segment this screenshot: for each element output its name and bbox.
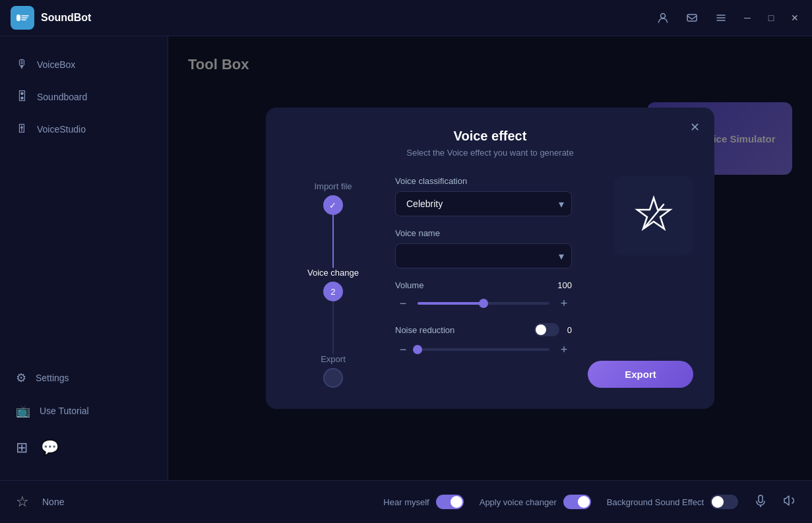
step-import-label: Import file <box>314 181 352 191</box>
volume-label: Volume <box>395 280 423 290</box>
step-export-label: Export <box>321 354 346 364</box>
svg-point-1 <box>661 14 666 18</box>
modal-close-button[interactable]: ✕ <box>685 118 704 137</box>
right-column: Export <box>588 176 693 388</box>
volume-group: Volume 100 − + <box>395 280 572 311</box>
voice-effect-modal: ✕ Voice effect Select the Voice effect y… <box>266 108 714 409</box>
steps-column: Import file ✓ Voice change 2 Export <box>287 176 379 388</box>
sidebar: 🎙 VoiceBox 🎛 Soundboard 🎚 VoiceStudio ⚙ … <box>0 36 168 480</box>
background-sound-effect-toggle[interactable] <box>710 495 738 509</box>
modal-body: Import file ✓ Voice change 2 Export <box>287 176 693 388</box>
apply-voice-changer-knob <box>578 496 590 508</box>
bottom-voice-label: None <box>42 497 64 507</box>
svg-rect-2 <box>687 15 697 21</box>
voice-classification-select[interactable]: Celebrity Male Female Robot Cartoon <box>395 191 572 216</box>
apply-voice-changer-group: Apply voice changer <box>480 495 591 509</box>
volume-fill <box>418 302 484 305</box>
bottom-star-icon: ☆ <box>16 493 29 510</box>
noise-reduction-toggle[interactable] <box>534 323 559 336</box>
sidebar-item-voicebox[interactable]: 🎙 VoiceBox <box>0 49 168 79</box>
soundboard-icon: 🎛 <box>16 90 28 104</box>
app-icon <box>11 6 34 30</box>
apply-voice-changer-label: Apply voice changer <box>480 497 557 507</box>
volume-decrease-button[interactable]: − <box>395 295 411 311</box>
titlebar: SoundBot ─ □ ✕ <box>0 0 812 36</box>
hear-myself-knob <box>451 496 462 508</box>
volume-value: 100 <box>557 280 572 290</box>
step-voice-change-circle: 2 <box>323 282 343 301</box>
voice-classification-select-wrapper: Celebrity Male Female Robot Cartoon ▾ <box>395 191 572 216</box>
step-line-1 <box>332 215 334 268</box>
board-icon[interactable]: ⊞ <box>16 439 28 456</box>
noise-track[interactable] <box>418 348 549 351</box>
close-window-button[interactable]: ✕ <box>788 11 801 24</box>
voice-name-select[interactable] <box>395 243 572 268</box>
voicebox-icon: 🎙 <box>16 57 28 71</box>
window-controls: ─ □ ✕ <box>654 9 801 27</box>
sidebar-item-soundboard[interactable]: 🎛 Soundboard <box>0 82 168 111</box>
step-line-2 <box>332 301 334 354</box>
minimize-button[interactable]: ─ <box>741 11 754 24</box>
modal-subtitle: Select the Voice effect you want to gene… <box>287 148 693 158</box>
sidebar-item-label-soundboard: Soundboard <box>37 92 87 102</box>
noise-increase-button[interactable]: + <box>556 342 572 357</box>
noise-reduction-label: Noise reduction <box>395 325 526 335</box>
noise-decrease-button[interactable]: − <box>395 342 411 357</box>
background-sound-knob <box>712 496 724 508</box>
tutorial-icon: 📺 <box>16 404 30 418</box>
speaker-button[interactable] <box>783 494 796 510</box>
hear-myself-group: Hear myself <box>383 495 463 509</box>
sidebar-item-label-voicestudio: VoiceStudio <box>37 124 86 135</box>
modal-title: Voice effect <box>287 129 693 144</box>
noise-toggle-knob <box>536 324 546 335</box>
hear-myself-toggle[interactable] <box>436 495 464 509</box>
sidebar-item-label-settings: Settings <box>36 373 69 383</box>
main-content: Tool Box Voice Simulator ✕ Voice effect … <box>168 36 812 480</box>
sidebar-bottom: ⚙ Settings 📺 Use Tutorial ⊞ 💬 <box>0 363 168 467</box>
menu-button[interactable] <box>712 9 730 27</box>
sidebar-item-label-voicebox: VoiceBox <box>37 59 75 70</box>
step-import-file: Import file ✓ <box>314 181 352 215</box>
background-sound-effect-label: Background Sound Effect <box>607 497 704 507</box>
user-button[interactable] <box>654 9 672 27</box>
svg-rect-0 <box>16 15 20 21</box>
app-logo: SoundBot <box>11 6 91 30</box>
sidebar-item-voicestudio[interactable]: 🎚 VoiceStudio <box>0 114 168 144</box>
sidebar-item-settings[interactable]: ⚙ Settings <box>0 363 168 393</box>
settings-icon: ⚙ <box>16 371 26 385</box>
noise-thumb[interactable] <box>413 345 422 354</box>
svg-marker-6 <box>637 198 670 229</box>
apply-voice-changer-toggle[interactable] <box>563 495 591 509</box>
voicestudio-icon: 🎚 <box>16 122 28 136</box>
volume-track[interactable] <box>418 302 549 305</box>
noise-slider-container: − + <box>395 342 572 357</box>
volume-row: Volume 100 <box>395 280 572 290</box>
export-button[interactable]: Export <box>588 361 693 388</box>
voice-name-label: Voice name <box>395 228 572 238</box>
sidebar-item-tutorial[interactable]: 📺 Use Tutorial <box>0 396 168 426</box>
hear-myself-label: Hear myself <box>383 497 429 507</box>
voice-name-select-wrapper: ▾ <box>395 243 572 268</box>
step-voice-change: Voice change 2 <box>307 268 359 301</box>
maximize-button[interactable]: □ <box>765 11 778 24</box>
svg-rect-8 <box>759 495 763 503</box>
sidebar-item-label-tutorial: Use Tutorial <box>40 406 89 416</box>
microphone-button[interactable] <box>754 494 767 510</box>
celebrity-icon-box <box>614 176 693 255</box>
voice-name-group: Voice name ▾ <box>395 228 572 268</box>
background-sound-effect-group: Background Sound Effect <box>607 495 738 509</box>
noise-reduction-group: Noise reduction 0 − <box>395 323 572 357</box>
form-column: Voice classification Celebrity Male Fema… <box>395 176 572 388</box>
noise-reduction-value: 0 <box>567 325 572 335</box>
sidebar-footer: ⊞ 💬 <box>0 429 168 467</box>
volume-slider-container: − + <box>395 295 572 311</box>
step-voice-change-label: Voice change <box>307 268 359 278</box>
volume-thumb[interactable] <box>479 299 488 308</box>
chat-icon[interactable]: 💬 <box>41 439 59 456</box>
mail-button[interactable] <box>683 9 701 27</box>
step-export: Export <box>321 354 346 388</box>
app-title: SoundBot <box>41 12 91 24</box>
app-body: 🎙 VoiceBox 🎛 Soundboard 🎚 VoiceStudio ⚙ … <box>0 36 812 480</box>
bottom-bar: ☆ None Hear myself Apply voice changer B… <box>0 480 812 523</box>
volume-increase-button[interactable]: + <box>556 295 572 311</box>
